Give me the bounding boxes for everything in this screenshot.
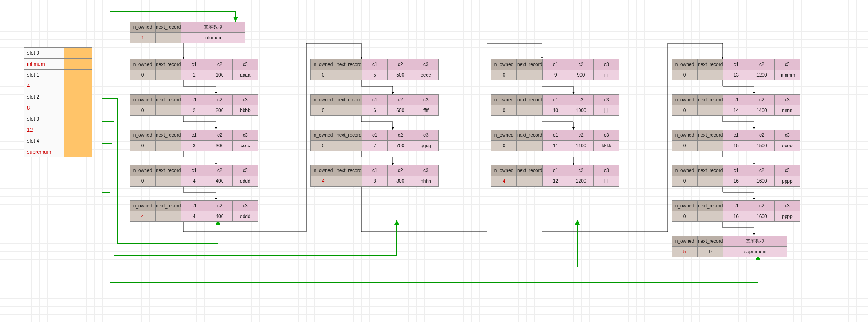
slot1-value: 4 xyxy=(24,80,64,91)
record-16b: n_ownednext_recordc1c2c30161600pppp xyxy=(672,200,800,222)
record-supremum: n_owned next_record 真实数据 5 0 supremum xyxy=(672,236,787,257)
record-8: n_ownednext_recordc1c2c348800hhhh xyxy=(310,165,439,187)
record-6: n_ownednext_recordc1c2c306600ffff xyxy=(310,94,439,116)
slot3-label: slot 3 xyxy=(24,113,64,124)
record-3: n_ownednext_recordc1c2c303300cccc xyxy=(130,130,258,151)
record-11: n_ownednext_recordc1c2c30111100kkkk xyxy=(491,130,619,151)
slot4-value: supremum xyxy=(24,146,64,157)
record-12: n_ownednext_recordc1c2c34121200llll xyxy=(491,165,619,187)
record-14: n_ownednext_recordc1c2c30141400nnnn xyxy=(672,94,800,116)
record-7: n_ownednext_recordc1c2c307700gggg xyxy=(310,130,439,151)
record-16: n_ownednext_recordc1c2c30161600pppp xyxy=(672,165,800,187)
slot2-label: slot 2 xyxy=(24,91,64,102)
record-15: n_ownednext_recordc1c2c30151500oooo xyxy=(672,130,800,151)
slot4-label: slot 4 xyxy=(24,135,64,146)
record-9: n_ownednext_recordc1c2c309900iiii xyxy=(491,59,619,80)
record-1: n_ownednext_recordc1c2c301100aaaa xyxy=(130,59,258,80)
slot2-value: 8 xyxy=(24,102,64,113)
slot-directory: slot 0 infimum slot 1 4 slot 2 8 slot 3 … xyxy=(24,47,92,157)
slot0-label: slot 0 xyxy=(24,48,64,59)
record-4: n_ownednext_recordc1c2c304400dddd xyxy=(130,165,258,187)
record-13: n_ownednext_recordc1c2c30131200mmmm xyxy=(672,59,800,80)
slot0-value: infimum xyxy=(24,59,64,70)
slot3-value: 12 xyxy=(24,124,64,135)
connector-layer xyxy=(0,0,868,322)
diagram-canvas: slot 0 infimum slot 1 4 slot 2 8 slot 3 … xyxy=(0,0,868,322)
record-infumum: n_owned next_record 真实数据 1 infumum xyxy=(130,22,245,43)
record-10: n_ownednext_recordc1c2c30101000jjjj xyxy=(491,94,619,116)
record-2: n_ownednext_recordc1c2c302200bbbb xyxy=(130,94,258,116)
slot1-label: slot 1 xyxy=(24,70,64,80)
record-4b: n_ownednext_recordc1c2c344400dddd xyxy=(130,200,258,222)
record-5: n_ownednext_recordc1c2c305500eeee xyxy=(310,59,439,80)
